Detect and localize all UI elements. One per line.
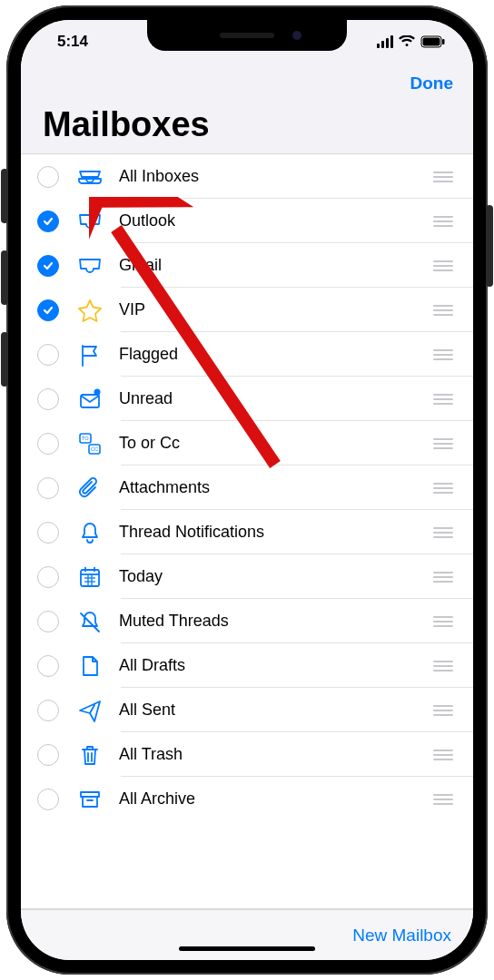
trash-icon: [74, 741, 106, 769]
selection-checkbox[interactable]: [37, 522, 59, 544]
mailbox-row[interactable]: Flagged: [21, 332, 473, 377]
svg-text:CC: CC: [91, 446, 98, 452]
svg-point-4: [94, 388, 101, 395]
mailbox-label: Gmail: [119, 256, 433, 275]
mailbox-row[interactable]: All Trash: [21, 732, 473, 777]
selection-checkbox[interactable]: [37, 211, 59, 232]
drag-handle-icon[interactable]: [433, 394, 453, 405]
mailbox-row[interactable]: Thread Notifications: [21, 510, 473, 554]
mailbox-label: All Trash: [119, 745, 433, 764]
mailbox-row[interactable]: TOCCTo or Cc: [21, 421, 473, 466]
drag-handle-icon[interactable]: [433, 527, 453, 538]
status-time: 5:14: [57, 33, 88, 51]
battery-icon: [420, 35, 446, 48]
mailbox-list: All InboxesOutlookGmailVIPFlaggedUnreadT…: [21, 153, 473, 909]
svg-rect-2: [442, 39, 445, 44]
drag-handle-icon[interactable]: [433, 305, 453, 316]
mailbox-label: Unread: [119, 389, 433, 408]
mailbox-row[interactable]: All Inboxes: [21, 154, 473, 199]
archive-icon: [74, 786, 106, 813]
selection-checkbox[interactable]: [37, 166, 59, 188]
drag-handle-icon[interactable]: [433, 705, 453, 716]
selection-checkbox[interactable]: [37, 344, 59, 366]
mailbox-row[interactable]: Attachments: [21, 466, 473, 510]
bell-slash-icon: [74, 608, 106, 635]
selection-checkbox[interactable]: [37, 789, 59, 810]
flag-icon: [74, 341, 106, 368]
wifi-icon: [399, 35, 415, 48]
svg-rect-1: [423, 38, 440, 46]
mailbox-row[interactable]: All Sent: [21, 688, 473, 732]
mailbox-label: VIP: [119, 300, 433, 319]
selection-checkbox[interactable]: [37, 388, 59, 410]
mailbox-label: To or Cc: [119, 434, 433, 453]
mailbox-row[interactable]: VIP: [21, 288, 473, 332]
mailbox-label: All Sent: [119, 701, 433, 720]
selection-checkbox[interactable]: [37, 477, 59, 499]
home-indicator[interactable]: [179, 946, 315, 951]
mailbox-label: Today: [119, 567, 433, 586]
mailbox-label: Outlook: [119, 211, 433, 230]
paperclip-icon: [74, 475, 106, 502]
selection-checkbox[interactable]: [37, 299, 59, 321]
drag-handle-icon[interactable]: [433, 216, 453, 227]
mailbox-row[interactable]: Today: [21, 554, 473, 599]
doc-icon: [74, 652, 106, 680]
drag-handle-icon[interactable]: [433, 750, 453, 760]
mailbox-label: Thread Notifications: [119, 523, 433, 542]
drag-handle-icon[interactable]: [433, 483, 453, 494]
selection-checkbox[interactable]: [37, 655, 59, 677]
selection-checkbox[interactable]: [37, 433, 59, 455]
toolbar: New Mailbox: [21, 909, 473, 960]
mailbox-label: Flagged: [119, 345, 433, 364]
selection-checkbox[interactable]: [37, 744, 59, 766]
mailbox-label: All Inboxes: [119, 167, 433, 186]
mailbox-row[interactable]: Gmail: [21, 243, 473, 288]
drag-handle-icon[interactable]: [433, 661, 453, 671]
mailbox-row[interactable]: Unread: [21, 377, 473, 421]
page-title: Mailboxes: [21, 103, 473, 153]
inbox-stack-icon: [74, 163, 106, 191]
drag-handle-icon[interactable]: [433, 616, 453, 627]
calendar-icon: [74, 564, 106, 591]
tocc-icon: TOCC: [74, 430, 106, 457]
selection-checkbox[interactable]: [37, 255, 59, 277]
drag-handle-icon[interactable]: [433, 172, 453, 182]
drag-handle-icon[interactable]: [433, 260, 453, 271]
mailbox-row[interactable]: Muted Threads: [21, 599, 473, 643]
nav-bar: Done: [21, 64, 473, 103]
drag-handle-icon[interactable]: [433, 349, 453, 360]
cellular-signal-icon: [377, 35, 393, 48]
mailbox-label: All Drafts: [119, 656, 433, 675]
star-icon: [74, 297, 106, 324]
drag-handle-icon[interactable]: [433, 438, 453, 449]
unread-icon: [74, 386, 106, 413]
drag-handle-icon[interactable]: [433, 572, 453, 583]
selection-checkbox[interactable]: [37, 566, 59, 588]
mailbox-label: All Archive: [119, 789, 433, 808]
mailbox-row[interactable]: All Archive: [21, 777, 473, 821]
paperplane-icon: [74, 697, 106, 724]
new-mailbox-button[interactable]: New Mailbox: [352, 926, 451, 946]
mailbox-row[interactable]: All Drafts: [21, 643, 473, 688]
drag-handle-icon[interactable]: [433, 794, 453, 805]
done-button[interactable]: Done: [410, 74, 454, 93]
inbox-icon: [74, 252, 106, 279]
svg-text:TO: TO: [82, 436, 89, 441]
selection-checkbox[interactable]: [37, 700, 59, 721]
selection-checkbox[interactable]: [37, 611, 59, 632]
mailbox-label: Attachments: [119, 478, 433, 497]
inbox-icon: [74, 208, 106, 235]
mailbox-row[interactable]: Outlook: [21, 199, 473, 243]
bell-icon: [74, 519, 106, 546]
mailbox-label: Muted Threads: [119, 612, 433, 631]
